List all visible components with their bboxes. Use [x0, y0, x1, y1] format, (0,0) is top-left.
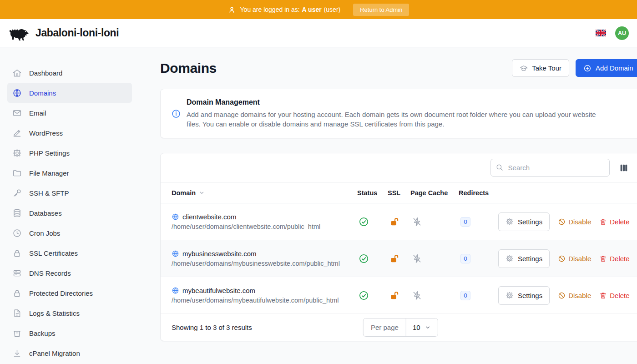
delete-label: Delete: [610, 218, 629, 226]
mail-icon: [12, 108, 22, 118]
page-cache-disabled-icon: [410, 290, 459, 301]
delete-button[interactable]: Delete: [599, 255, 629, 263]
sidebar-item-file-manager[interactable]: File Manager: [7, 163, 132, 183]
domain-path: /home/user/domains/mybeautifulwebsite.co…: [172, 297, 357, 304]
delete-button[interactable]: Delete: [599, 292, 629, 299]
plus-circle-icon: [583, 64, 592, 72]
ssl-unlocked-icon: [388, 253, 410, 264]
disable-button[interactable]: Disable: [558, 218, 591, 226]
ssl-unlocked-icon: [388, 217, 410, 227]
add-domain-button[interactable]: Add Domain: [576, 59, 637, 77]
status-enabled-icon: [357, 217, 388, 227]
column-header-redirects: Redirects: [459, 189, 498, 197]
disable-label: Disable: [568, 255, 591, 263]
search-input[interactable]: [490, 159, 610, 177]
banner-role: (user): [324, 6, 341, 13]
sidebar-item-logs-statistics[interactable]: Logs & Statistics: [7, 303, 132, 323]
domain-name: mybeautifulwebsite.com: [182, 287, 255, 294]
results-summary: Showing 1 to 3 of 3 results: [172, 324, 252, 331]
sidebar: Dashboard Domains Email WordPress PHP Se…: [0, 47, 146, 364]
sidebar-item-label: SSH & SFTP: [29, 189, 69, 197]
lock-icon: [12, 248, 22, 258]
return-to-admin-button[interactable]: Return to Admin: [353, 4, 409, 16]
globe-icon: [172, 213, 179, 221]
sidebar-item-label: WordPress: [29, 129, 63, 137]
sidebar-item-databases[interactable]: Databases: [7, 203, 132, 223]
sidebar-item-ssh-sftp[interactable]: SSH & SFTP: [7, 183, 132, 203]
sidebar-item-dashboard[interactable]: Dashboard: [7, 63, 132, 83]
column-header-page-cache: Page Cache: [410, 189, 459, 197]
sort-chevron-icon[interactable]: [198, 189, 205, 196]
sidebar-item-dns-records[interactable]: DNS Records: [7, 263, 132, 283]
redirects-count-badge: 0: [460, 291, 470, 300]
take-tour-label: Take Tour: [532, 64, 561, 72]
column-header-ssl: SSL: [388, 189, 410, 197]
lock-icon: [12, 288, 22, 298]
app-header: Jabaloni-loni-loni AU: [0, 19, 637, 47]
sidebar-item-backups[interactable]: Backups: [7, 323, 132, 343]
sidebar-item-ssl-certificates[interactable]: SSL Certificates: [7, 243, 132, 263]
column-settings-button[interactable]: [618, 162, 630, 174]
disable-label: Disable: [568, 292, 591, 299]
sidebar-item-label: Backups: [29, 329, 56, 337]
sidebar-item-label: Cron Jobs: [29, 229, 60, 237]
redirects-count-badge: 0: [460, 217, 470, 227]
ban-icon: [558, 218, 566, 226]
sidebar-item-domains[interactable]: Domains: [7, 83, 132, 103]
uk-flag-icon[interactable]: [596, 30, 606, 36]
server-icon: [12, 268, 22, 278]
take-tour-button[interactable]: Take Tour: [512, 59, 569, 77]
sidebar-item-protected-directories[interactable]: Protected Directories: [7, 283, 132, 303]
folder-icon: [12, 168, 22, 178]
brand-title: Jabaloni-loni-loni: [35, 27, 119, 39]
sidebar-item-label: File Manager: [29, 169, 69, 177]
banner-user: A user: [302, 6, 322, 13]
ban-icon: [558, 255, 566, 263]
disable-button[interactable]: Disable: [558, 292, 591, 299]
sidebar-item-cpanel-migration[interactable]: cPanel Migration: [7, 343, 132, 363]
sidebar-item-label: PHP Settings: [29, 149, 70, 157]
main-content: Domains Take Tour Add Domain Domain Mana…: [146, 47, 637, 364]
sidebar-item-label: Logs & Statistics: [29, 309, 80, 317]
trash-icon: [599, 255, 607, 263]
user-avatar[interactable]: AU: [615, 26, 629, 40]
domains-table-card: Domain Status SSL Page Cache Redirects c…: [160, 153, 637, 341]
domain-management-info-card: Domain Management Add and manage domains…: [160, 89, 637, 138]
search-icon: [495, 163, 504, 172]
settings-button[interactable]: Settings: [498, 212, 550, 231]
delete-button[interactable]: Delete: [599, 218, 629, 226]
sidebar-item-label: SSL Certificates: [29, 249, 78, 257]
sidebar-item-label: DNS Records: [29, 269, 71, 277]
sidebar-item-cron-jobs[interactable]: Cron Jobs: [7, 223, 132, 243]
document-icon: [12, 308, 22, 318]
brand[interactable]: Jabaloni-loni-loni: [8, 25, 119, 41]
banner-message: You are logged in as: A user (user): [240, 6, 341, 13]
page-cache-disabled-icon: [410, 217, 459, 227]
disable-button[interactable]: Disable: [558, 255, 591, 263]
pencil-icon: [12, 128, 22, 138]
per-page-value: 10: [413, 324, 420, 331]
graduation-cap-icon: [520, 64, 528, 72]
impersonation-banner: You are logged in as: A user (user) Retu…: [0, 0, 637, 19]
ssl-unlocked-icon: [388, 290, 410, 301]
sidebar-item-php-settings[interactable]: PHP Settings: [7, 143, 132, 163]
table-header-row: Domain Status SSL Page Cache Redirects: [161, 182, 637, 203]
globe-icon: [172, 250, 179, 258]
gear-icon: [12, 148, 22, 158]
delete-label: Delete: [610, 292, 629, 299]
table-footer: Showing 1 to 3 of 3 results Per page 10: [161, 314, 637, 341]
gear-icon: [506, 217, 514, 226]
status-enabled-icon: [357, 253, 388, 264]
table-row: mybeautifulwebsite.com /home/user/domain…: [161, 277, 637, 314]
domain-name: clientwebsite.com: [182, 213, 236, 221]
search-field: [490, 159, 610, 177]
redirects-count-badge: 0: [460, 254, 470, 263]
sidebar-item-wordpress[interactable]: WordPress: [7, 123, 132, 143]
settings-label: Settings: [518, 292, 542, 299]
settings-button[interactable]: Settings: [498, 249, 550, 268]
settings-button[interactable]: Settings: [498, 286, 550, 305]
sidebar-item-label: Databases: [29, 209, 62, 217]
per-page-select[interactable]: 10: [406, 318, 438, 336]
column-header-domain: Domain: [172, 189, 196, 197]
sidebar-item-email[interactable]: Email: [7, 103, 132, 123]
